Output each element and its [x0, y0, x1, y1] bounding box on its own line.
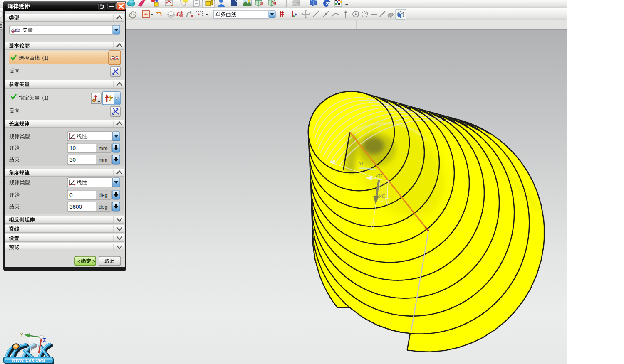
svg-text:XC: XC: [379, 194, 386, 199]
svg-text:30: 30: [69, 157, 76, 163]
svg-text:ZC: ZC: [376, 173, 382, 179]
svg-text:Z: Z: [43, 337, 46, 343]
svg-text:mm: mm: [99, 157, 108, 163]
svg-text:10: 10: [69, 145, 76, 151]
svg-text:deg: deg: [99, 204, 108, 210]
svg-text:<: <: [77, 258, 80, 264]
svg-text:0: 0: [69, 192, 73, 198]
svg-text:>: >: [92, 258, 95, 264]
svg-text:deg: deg: [99, 192, 108, 198]
svg-text:WWW.ICAX.ORG: WWW.ICAX.ORG: [12, 358, 45, 363]
svg-text:3600: 3600: [69, 204, 82, 210]
svg-text:mm: mm: [99, 145, 108, 151]
svg-text:Y: Y: [20, 333, 23, 337]
svg-text:YC: YC: [359, 161, 366, 167]
